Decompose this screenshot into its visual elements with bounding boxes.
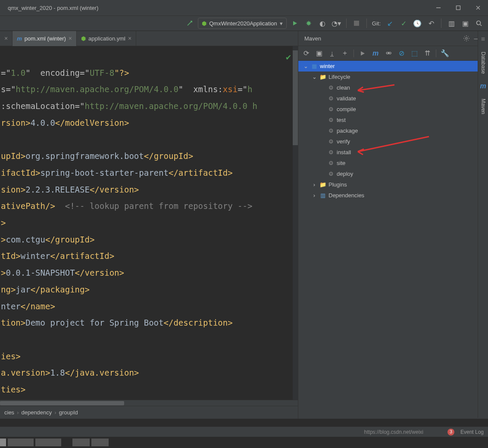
folder-icon: 📁 — [319, 74, 326, 81]
run-config-selector[interactable]: ⬢ QmxWinter2020Application ▾ — [198, 18, 287, 29]
horizontal-scrollbar[interactable] — [0, 400, 298, 406]
lifecycle-goal-site[interactable]: ⚙site — [298, 158, 488, 168]
goal-label: site — [337, 160, 345, 166]
expander-icon[interactable]: › — [311, 193, 317, 199]
stop-button[interactable] — [351, 18, 362, 29]
toggle-skip-tests-button[interactable]: ⊘ — [396, 48, 407, 59]
vertical-scrollbar[interactable] — [293, 46, 298, 400]
tool-window-header: Maven — — [298, 31, 488, 46]
maven-panel-title: Maven — [304, 35, 321, 42]
lifecycle-goal-compile[interactable]: ⚙compile — [298, 104, 488, 115]
download-sources-button[interactable]: ↓ — [327, 48, 337, 59]
close-icon[interactable]: × — [128, 35, 131, 42]
database-tool-tab[interactable]: Database — [480, 49, 486, 76]
close-icon[interactable]: × — [4, 35, 8, 42]
lifecycle-goal-test[interactable]: ⚙test — [298, 115, 488, 125]
goal-label: clean — [337, 84, 350, 91]
run-config-label: QmxWinter2020Application — [209, 20, 277, 27]
gear-icon: ⚙ — [328, 128, 335, 134]
run-button[interactable] — [289, 18, 300, 29]
lifecycle-node[interactable]: ⌄ 📁 Lifecycle — [298, 72, 488, 82]
maven-root-node[interactable]: ⌄ ▦ winter — [298, 61, 488, 72]
maven-tool-tab[interactable]: Maven — [480, 96, 486, 117]
editor-tab-application-yml[interactable]: ⬢ application.yml × — [77, 31, 136, 46]
code-editor[interactable]: ="1.0" encoding="UTF-8"?> s="http://mave… — [0, 46, 298, 400]
close-icon[interactable]: × — [69, 35, 72, 42]
watermark-url: https://blog.csdn.net/weixi — [364, 429, 423, 435]
window-close-button[interactable] — [468, 0, 488, 16]
gear-icon: ⚙ — [328, 171, 335, 177]
goal-label: package — [337, 128, 358, 134]
gear-icon: ⚙ — [328, 106, 335, 113]
editor-tab-pom[interactable]: m pom.xml (winter) × — [13, 31, 77, 46]
maven-tool-icon[interactable]: m — [480, 82, 486, 90]
goal-label: test — [337, 117, 346, 123]
closed-tab-remnant[interactable]: × — [0, 31, 13, 46]
maven-tool-window: Maven — ⟳ ▣ ↓ ＋ m ⚮ ⊘ ⬚ ⇈ 🔧 ⌄ ▦ winter — [298, 31, 488, 419]
lifecycle-goal-deploy[interactable]: ⚙deploy — [298, 168, 488, 179]
breadcrumb-item[interactable]: cies — [4, 409, 14, 416]
editor-tab-bar: × m pom.xml (winter) × ⬢ application.yml… — [0, 31, 298, 46]
maven-module-icon: ▦ — [311, 63, 318, 70]
window-title: qmx_winter_2020 - pom.xml (winter) — [8, 5, 98, 11]
goal-label: compile — [337, 106, 356, 112]
generate-sources-button[interactable]: ▣ — [314, 48, 324, 59]
svg-point-4 — [466, 37, 468, 40]
debug-button[interactable] — [303, 18, 314, 29]
reimport-button[interactable]: ⟳ — [301, 48, 311, 59]
expander-icon[interactable]: ⌄ — [303, 63, 309, 69]
expander-icon[interactable]: ⌄ — [311, 74, 317, 80]
execute-goal-button[interactable]: m — [370, 48, 381, 59]
coverage-button[interactable]: ◐ — [317, 18, 328, 29]
window-minimize-button[interactable] — [429, 0, 448, 16]
search-everywhere-button[interactable] — [473, 18, 485, 29]
gear-icon: ⚙ — [328, 84, 335, 91]
gear-icon: ⚙ — [328, 95, 335, 102]
database-tool-icon[interactable]: ≡ — [481, 35, 485, 43]
collapse-all-button[interactable]: ⇈ — [422, 48, 432, 59]
goal-label: install — [337, 149, 351, 156]
svg-rect-2 — [354, 21, 359, 26]
spring-icon: ⬢ — [202, 20, 206, 27]
dependencies-icon: ▥ — [319, 192, 326, 199]
git-rollback-button[interactable]: ↶ — [425, 18, 437, 29]
plugins-node[interactable]: › 📁 Plugins — [298, 179, 488, 190]
profile-button[interactable]: ◔▾ — [331, 18, 342, 29]
lifecycle-goal-clean[interactable]: ⚙clean — [298, 82, 488, 93]
event-log-button[interactable]: Event Log — [460, 429, 484, 435]
build-button[interactable] — [184, 18, 195, 29]
add-maven-button[interactable]: ＋ — [340, 48, 350, 59]
right-tool-stripe: ≡ Database m Maven — [478, 31, 488, 418]
gear-icon: ⚙ — [328, 149, 335, 156]
goal-label: validate — [337, 95, 356, 102]
inspection-ok-icon[interactable]: ✔ — [286, 49, 291, 65]
git-commit-button[interactable]: ✓ — [398, 18, 409, 29]
run-maven-button[interactable] — [357, 48, 368, 59]
breadcrumb-item[interactable]: dependency — [21, 409, 52, 416]
git-history-button[interactable]: 🕓 — [412, 18, 423, 29]
folder-icon: 📁 — [319, 181, 326, 188]
dependencies-node[interactable]: › ▥ Dependencies — [298, 190, 488, 201]
project-structure-button[interactable]: ▥ — [446, 18, 457, 29]
show-deps-button[interactable]: ⬚ — [409, 48, 419, 59]
maven-settings-button[interactable]: 🔧 — [440, 48, 450, 59]
lifecycle-goal-validate[interactable]: ⚙validate — [298, 93, 488, 104]
svg-point-3 — [477, 21, 481, 25]
node-label: Dependencies — [328, 192, 364, 199]
main-toolbar: ⬢ QmxWinter2020Application ▾ ◐ ◔▾ Git: ↙… — [0, 16, 488, 31]
notification-badge[interactable]: 3 — [447, 429, 454, 436]
lifecycle-goal-package[interactable]: ⚙package — [298, 125, 488, 136]
lifecycle-goal-verify[interactable]: ⚙verify — [298, 136, 488, 147]
maven-tree[interactable]: ⌄ ▦ winter ⌄ 📁 Lifecycle ⚙clean⚙validate… — [298, 61, 488, 419]
toggle-maximize-button[interactable]: ▣ — [460, 18, 471, 29]
goal-label: deploy — [337, 171, 353, 177]
settings-icon[interactable] — [461, 33, 472, 44]
window-maximize-button[interactable] — [448, 0, 468, 16]
lifecycle-goal-install[interactable]: ⚙install — [298, 147, 488, 158]
spring-file-icon: ⬢ — [81, 35, 86, 42]
expander-icon[interactable]: › — [311, 182, 317, 188]
breadcrumb-item[interactable]: groupId — [59, 409, 78, 416]
toggle-offline-button[interactable]: ⚮ — [383, 48, 394, 59]
node-label: winter — [320, 63, 335, 69]
git-pull-button[interactable]: ↙ — [384, 18, 395, 29]
